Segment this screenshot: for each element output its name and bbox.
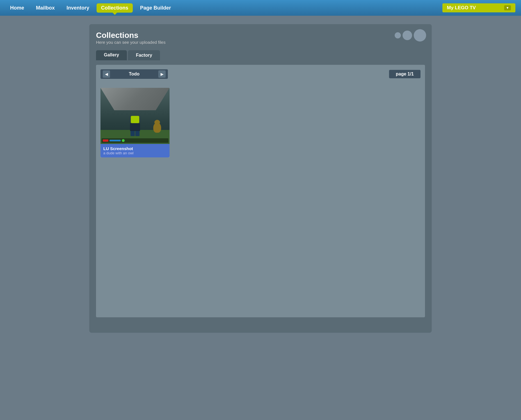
page-title: Collections	[96, 31, 425, 40]
owl-body	[153, 123, 161, 133]
category-nav: ◀ Todo ▶	[100, 69, 168, 79]
category-label: Todo	[110, 72, 158, 77]
deco-circle-medium	[403, 31, 412, 40]
card-title: LU Screenshot	[103, 146, 167, 151]
deco-circles	[395, 29, 426, 42]
hud-bar	[102, 138, 168, 143]
lego-legs	[131, 131, 140, 136]
nav-tv[interactable]: My LEGO TV ▼	[442, 3, 515, 12]
card-description: a dude with an owl	[103, 151, 167, 155]
main-area: Collections Here you can see your upload…	[0, 16, 521, 420]
lego-leg-right	[135, 131, 140, 136]
page-header: Collections Here you can see your upload…	[96, 31, 425, 45]
gallery-area: ◀ Todo ▶ page 1/1	[96, 65, 425, 317]
tab-gallery[interactable]: Gallery	[96, 50, 127, 60]
card-label: LU Screenshot a dude with an owl	[100, 144, 170, 157]
page-subtitle: Here you can see your uploaded files	[96, 40, 425, 45]
lego-figure	[129, 116, 141, 136]
hud-icon	[122, 139, 125, 142]
nav-mailbox[interactable]: Mailbox	[31, 3, 59, 13]
nav-page-builder[interactable]: Page Builder	[136, 3, 175, 13]
category-next-button[interactable]: ▶	[158, 70, 166, 78]
nav-home[interactable]: Home	[6, 3, 29, 13]
nav-bar: Home Mailbox Inventory Collections Page …	[0, 0, 521, 16]
card-image	[100, 88, 170, 144]
category-prev-button[interactable]: ◀	[103, 70, 110, 78]
lego-wall	[100, 88, 170, 110]
list-item[interactable]: LU Screenshot a dude with an owl	[100, 88, 170, 157]
hud-xp-bar	[109, 140, 121, 141]
hud-health-bar	[103, 139, 108, 142]
page-indicator: page 1/1	[389, 70, 421, 78]
tv-label: My LEGO TV	[447, 5, 476, 11]
tv-dropdown-arrow[interactable]: ▼	[504, 5, 511, 10]
lego-head	[131, 116, 139, 123]
lego-owl	[153, 123, 161, 133]
nav-collections[interactable]: Collections	[97, 3, 133, 13]
deco-circle-large	[414, 29, 426, 42]
lego-background	[100, 88, 170, 144]
lego-body	[130, 123, 140, 131]
owl-head	[154, 120, 160, 125]
nav-inventory[interactable]: Inventory	[62, 3, 94, 13]
deco-circle-small	[395, 32, 401, 38]
image-cards: LU Screenshot a dude with an owl	[100, 88, 421, 157]
tabs-container: Gallery Factory	[96, 50, 425, 60]
lego-leg-left	[131, 131, 135, 136]
gallery-top-row: ◀ Todo ▶ page 1/1	[100, 69, 421, 83]
content-box: Collections Here you can see your upload…	[89, 24, 432, 333]
tab-factory[interactable]: Factory	[128, 50, 160, 60]
